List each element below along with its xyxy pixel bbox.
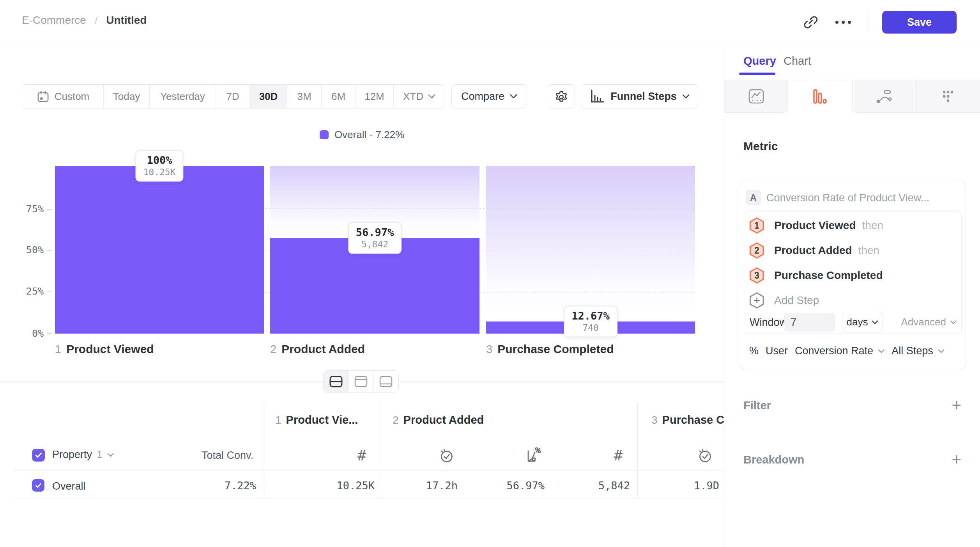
metric-title[interactable]: Conversion Rate of Product View...	[766, 192, 959, 204]
funnel-bar-purchase-completed[interactable]: 12.67% 740	[486, 166, 695, 334]
count-column-icon[interactable]: #	[353, 446, 371, 464]
funnel-bar-product-viewed[interactable]: 100% 10.25K	[55, 166, 264, 334]
active-tab-underline	[739, 73, 775, 75]
property-header[interactable]: Property 1	[52, 449, 114, 461]
query-panel: Query Chart	[724, 44, 980, 547]
chart-settings-button[interactable]	[548, 84, 575, 108]
share-link-button[interactable]	[801, 13, 819, 31]
y-tickmark	[47, 333, 52, 334]
save-button[interactable]: Save	[882, 11, 957, 34]
app-root: E-Commerce / Untitled Save	[0, 0, 980, 547]
chevron-down-icon	[682, 94, 690, 99]
window-unit-label: days	[847, 316, 868, 328]
tab-chart[interactable]: Chart	[784, 55, 811, 67]
cell-step3-time: 1.9D	[663, 480, 719, 492]
line-chart-icon	[747, 87, 766, 106]
steps-card: 1 Product Viewed then 2 Product Added th…	[744, 211, 962, 334]
ellipsis-icon	[835, 20, 852, 24]
range-xtd[interactable]: XTD	[394, 85, 445, 108]
step-axis-label-2: 2Product Added	[270, 343, 365, 356]
metric-heading: Metric	[743, 140, 778, 153]
layout-top-icon	[354, 375, 368, 388]
funnel-chart-icon	[589, 89, 605, 104]
conversion-rate-column-icon[interactable]	[524, 446, 542, 464]
chart-type-retention-tab[interactable]	[916, 80, 980, 113]
property-select-all-checkbox[interactable]	[32, 449, 45, 462]
metric-card: A Conversion Rate of Product View... 1 P…	[739, 181, 966, 369]
chevron-down-icon	[950, 320, 957, 325]
step-row-1[interactable]: 1 Product Viewed then	[750, 215, 883, 236]
range-3m[interactable]: 3M	[287, 85, 322, 108]
add-step-hexagon-icon: +	[750, 292, 764, 309]
page-title[interactable]: Untitled	[106, 14, 147, 27]
legend-swatch	[320, 130, 329, 139]
chart-type-line-tab[interactable]	[724, 80, 788, 113]
clock-check-icon	[438, 447, 455, 464]
chart-type-flow-tab[interactable]	[853, 80, 916, 113]
advanced-toggle[interactable]: Advanced	[901, 316, 957, 328]
breadcrumb-section[interactable]: E-Commerce	[22, 14, 86, 27]
bar-fill	[55, 166, 264, 334]
add-breakdown-button[interactable]: +	[952, 451, 961, 468]
date-range-control: Custom Today Yesterday 7D 30D 3M 6M 12M …	[22, 84, 445, 108]
compare-button[interactable]: Compare	[451, 84, 527, 108]
layout-split-button[interactable]	[324, 371, 348, 392]
row-overall-checkbox[interactable]	[32, 479, 44, 492]
range-6m[interactable]: 6M	[322, 85, 356, 108]
window-unit-select[interactable]: days	[842, 312, 883, 332]
total-conv-header[interactable]: Total Conv.	[187, 449, 253, 462]
filter-section: Filter +	[743, 396, 961, 414]
clock-check-icon	[696, 447, 713, 464]
chart-type-button[interactable]: Funnel Steps	[581, 84, 698, 108]
y-tick-50: 50%	[12, 244, 44, 256]
time-to-convert-column-icon[interactable]	[696, 446, 714, 464]
chart-legend[interactable]: Overall · 7.22%	[0, 129, 724, 141]
range-12m[interactable]: 12M	[356, 85, 394, 108]
measure-type-select[interactable]: Conversion Rate	[795, 345, 873, 357]
step-row-2[interactable]: 2 Product Added then	[750, 240, 879, 261]
step-row-3[interactable]: 3 Purchase Completed	[750, 265, 883, 286]
chart-percent-icon	[524, 446, 542, 464]
chevron-down-icon	[510, 94, 517, 99]
chevron-down-icon	[428, 94, 435, 99]
window-value-input[interactable]	[784, 313, 835, 332]
compare-label: Compare	[461, 91, 504, 103]
range-today[interactable]: Today	[104, 85, 150, 108]
cell-step2-conv: 56.97%	[483, 480, 545, 492]
chevron-down-icon	[872, 320, 878, 325]
chart-type-funnel-tab-selected[interactable]	[788, 80, 852, 113]
layout-split-icon	[329, 375, 343, 388]
y-tickmark	[47, 209, 52, 210]
y-tickmark	[47, 250, 52, 251]
bar-value-badge: 56.97% 5,842	[348, 222, 402, 254]
layout-chart-top-button[interactable]	[348, 371, 373, 392]
range-7d[interactable]: 7D	[216, 85, 250, 108]
range-yesterday[interactable]: Yesterday	[150, 85, 216, 108]
funnel-bar-product-added[interactable]: 56.97% 5,842	[270, 166, 479, 334]
table-group-header-2[interactable]: 2Product Added	[393, 414, 484, 426]
y-tickmark	[47, 291, 52, 292]
measure-entity[interactable]: User	[766, 345, 788, 357]
count-column-icon[interactable]: #	[609, 446, 627, 464]
row-label-overall[interactable]: Overall	[52, 480, 86, 492]
add-step-button[interactable]: + Add Step	[750, 289, 819, 311]
range-xtd-label: XTD	[403, 91, 423, 103]
measure-scope-select[interactable]: All Steps	[892, 345, 933, 357]
dots-grid-icon	[939, 87, 957, 106]
range-custom[interactable]: Custom	[22, 85, 104, 108]
more-menu-button[interactable]	[834, 13, 852, 31]
range-30d-selected[interactable]: 30D	[250, 85, 287, 108]
chevron-down-icon	[938, 349, 945, 353]
layout-table-bottom-button[interactable]	[374, 371, 398, 392]
tab-query[interactable]: Query	[743, 55, 776, 67]
check-icon	[35, 483, 42, 488]
step-axis-label-3: 3Purchase Completed	[486, 343, 614, 356]
window-label: Window	[750, 316, 787, 329]
series-badge: A	[746, 190, 761, 205]
add-filter-button[interactable]: +	[952, 397, 961, 414]
y-tick-75: 75%	[12, 203, 44, 215]
table-group-header-1[interactable]: 1Product Vie...	[275, 414, 358, 426]
top-bar: E-Commerce / Untitled Save	[0, 0, 980, 44]
table-group-header-3[interactable]: 3Purchase C	[651, 414, 724, 426]
time-to-convert-column-icon[interactable]	[437, 446, 455, 464]
